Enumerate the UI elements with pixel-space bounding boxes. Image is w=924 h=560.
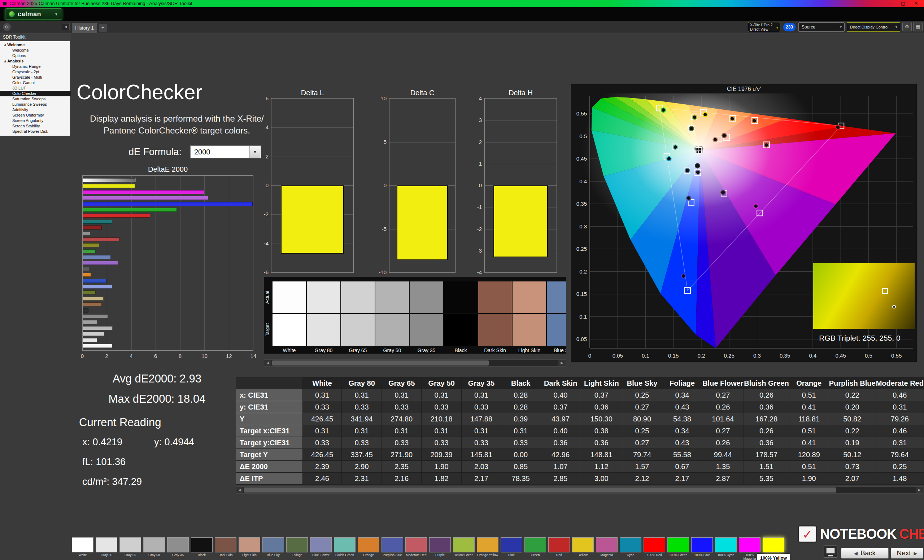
patch-gray-80[interactable]: Gray 80 (96, 537, 117, 560)
deltae-bar (83, 290, 96, 295)
meter-count-badge[interactable]: 233 (783, 23, 795, 31)
axis-label: -2 (253, 211, 268, 217)
axis-label: 0 (370, 182, 387, 188)
patch-100-cyan[interactable]: 100% Cyan (715, 537, 736, 560)
avg-de2000: Avg dE2000: 2.93 (54, 372, 260, 385)
patch-blue[interactable]: Blue (501, 537, 522, 560)
sidebar-item-luminance-sweeps[interactable]: Luminance Sweeps (0, 102, 70, 107)
table-cell: 0.39 (501, 413, 540, 425)
compare-columns: WhiteGray 80Gray 65Gray 50Gray 35BlackDa… (273, 281, 566, 353)
axis-label: -3 (466, 247, 482, 254)
scroll-left-icon[interactable]: ◀ (236, 487, 243, 493)
table-cell: 337.45 (342, 449, 381, 461)
table-cell: 1.35 (702, 461, 744, 473)
sidebar-collapse-button[interactable]: ◀ (62, 23, 70, 30)
meter-dropdown[interactable]: X-Rite i1Pro 2 Direct View ▼ (748, 22, 780, 32)
sidebar-item-welcome[interactable]: ◢Welcome (0, 42, 70, 48)
patch-moderate-red[interactable]: Moderate Red (405, 537, 427, 560)
patch-bluish-green[interactable]: Bluish Green (334, 537, 356, 560)
patch-green[interactable]: Green (525, 537, 546, 560)
patch-100-blue[interactable]: 100% Blue (691, 537, 713, 560)
patch-orange-yellow[interactable]: Orange Yellow (477, 537, 498, 560)
patch-100-yellow[interactable]: 100% Yellow (763, 537, 784, 560)
patch-yellow-green[interactable]: Yellow Green (453, 537, 475, 560)
deltae-bar (83, 344, 112, 348)
close-button[interactable]: ✕ (910, 0, 922, 7)
cie-x-label: 0.45 (836, 352, 846, 359)
sidebar-item-grayscale-multi[interactable]: Grayscale - Multi (0, 75, 70, 80)
patch-light-skin[interactable]: Light Skin (238, 537, 260, 560)
sidebar-item-analysis[interactable]: ◢Analysis (0, 58, 70, 64)
add-tab-button[interactable]: + (99, 24, 107, 32)
scrollbar-thumb[interactable] (244, 488, 836, 493)
sidebar-item-color-gamut[interactable]: Color Gamut (0, 80, 70, 85)
patch-black[interactable]: Black (191, 537, 213, 560)
scroll-right-icon[interactable]: ▶ (916, 487, 923, 493)
sidebar-item-grayscale-2pt[interactable]: Grayscale - 2pt (0, 69, 70, 75)
compare-strip-scrollbar[interactable]: ◀ ▶ (264, 359, 566, 367)
patch-swatch (715, 537, 736, 553)
workflow-icon[interactable]: ⚙ (3, 23, 11, 31)
maximize-button[interactable]: ▢ (897, 0, 910, 7)
scroll-left-icon[interactable]: ◀ (264, 360, 272, 366)
display-icon[interactable] (824, 545, 837, 558)
table-cell: 2.46 (303, 473, 342, 485)
deltae-bar (83, 190, 204, 194)
patch-purplish-blue[interactable]: Purplish Blue (381, 537, 403, 560)
compare-column-gray-50: Gray 50 (375, 281, 409, 353)
patch-white[interactable]: White (72, 537, 93, 560)
display-control-dropdown[interactable]: Direct Display Control ▼ (847, 22, 900, 32)
patch-gray-65[interactable]: Gray 65 (120, 537, 141, 560)
table-cell: 2.90 (342, 461, 381, 473)
patch-red[interactable]: Red (548, 537, 570, 560)
patch-blue-flower[interactable]: Blue Flower (310, 537, 332, 560)
compare-column-gray-80: Gray 80 (307, 281, 340, 353)
table-cell: 167.28 (744, 413, 789, 425)
tree-expand-icon[interactable]: ◢ (4, 58, 6, 64)
patch-purple[interactable]: Purple (429, 537, 451, 560)
sidebar-item-colorchecker[interactable]: ColorChecker (0, 91, 70, 96)
table-cell: 274.80 (381, 413, 421, 425)
scrollbar-thumb[interactable] (272, 361, 489, 365)
sidebar-item-saturation-sweeps[interactable]: Saturation Sweeps (0, 96, 70, 102)
actual-swatch (547, 281, 566, 313)
sidebar-item-screen-stability[interactable]: Screen Stability (0, 123, 70, 129)
table-scrollbar[interactable]: ◀ ▶ (236, 487, 923, 494)
minimize-button[interactable]: – (884, 0, 897, 7)
patch-gray-35[interactable]: Gray 35 (167, 537, 189, 560)
table-cell: 0.67 (662, 461, 702, 473)
sidebar-item-additivity[interactable]: Additivity (0, 107, 70, 112)
sidebar-item-spectral-power-dist[interactable]: Spectral Power Dist. (0, 129, 70, 134)
patch-yellow[interactable]: Yellow (572, 537, 594, 560)
cie-x-label: 0.5 (865, 352, 872, 359)
de-formula-select[interactable]: 2000 ▼ (190, 145, 261, 159)
sidebar-item-welcome[interactable]: Welcome (0, 48, 70, 53)
back-button[interactable]: ◀ Back (841, 548, 889, 559)
sidebar-item-screen-uniformity[interactable]: Screen Uniformity (0, 112, 70, 118)
watermark-text-1: NOTEBOOK (820, 526, 897, 542)
calman-menu-button[interactable]: calman ▼ (5, 8, 62, 20)
measurement-marker-orange-yellow (730, 117, 735, 121)
patch-cyan[interactable]: Cyan (620, 537, 641, 560)
sidebar-item-3d-lut[interactable]: 3D LUT (0, 85, 70, 91)
scroll-right-icon[interactable]: ▶ (558, 360, 566, 366)
patch-dark-skin[interactable]: Dark Skin (215, 537, 236, 560)
patch-100-green[interactable]: 100% Green (668, 537, 689, 560)
compare-column-white: White (273, 281, 306, 353)
patch-foliage[interactable]: Foliage (286, 537, 308, 560)
patch-swatch-label: Gray 35 (167, 553, 189, 560)
patch-100-red[interactable]: 100% Red (644, 537, 665, 560)
tab-history-1[interactable]: History 1 (72, 23, 97, 33)
sidebar-item-dynamic-range[interactable]: Dynamic Range (0, 64, 70, 69)
gear-icon[interactable]: ⚙ (902, 22, 912, 31)
sidebar-item-options[interactable]: Options (0, 53, 70, 58)
next-button[interactable]: Next ▶ (891, 548, 923, 559)
layout-grid-icon[interactable]: ▦ (913, 22, 922, 31)
patch-magenta[interactable]: Magenta (596, 537, 618, 560)
patch-orange[interactable]: Orange (358, 537, 380, 560)
source-dropdown[interactable]: Source ▼ (798, 22, 844, 32)
patch-gray-50[interactable]: Gray 50 (143, 537, 165, 560)
patch-blue-sky[interactable]: Blue Sky (262, 537, 284, 560)
tree-expand-icon[interactable]: ◢ (4, 42, 6, 48)
sidebar-item-screen-angularity[interactable]: Screen Angularity (0, 118, 70, 123)
